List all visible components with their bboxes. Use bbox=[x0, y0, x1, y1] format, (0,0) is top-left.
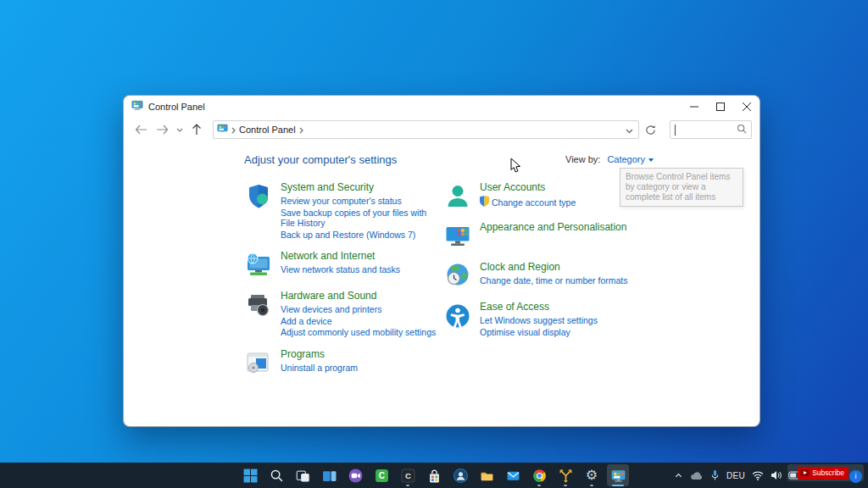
category-link[interactable]: Save backup copies of your files with Fi… bbox=[281, 208, 441, 229]
page-title: Adjust your computer's settings bbox=[244, 153, 397, 166]
microphone-icon[interactable] bbox=[710, 463, 720, 488]
category-link[interactable]: Back up and Restore (Windows 7) bbox=[281, 230, 441, 241]
start-icon[interactable] bbox=[239, 464, 261, 486]
address-dropdown-icon[interactable] bbox=[626, 122, 633, 137]
subscribe-overlay: Subscribe i bbox=[787, 464, 864, 481]
refresh-icon[interactable] bbox=[641, 120, 659, 139]
category-hardware-and-sound[interactable]: Hardware and SoundView devices and print… bbox=[244, 290, 441, 338]
breadcrumb-chevron-icon[interactable] bbox=[299, 122, 303, 137]
category-title[interactable]: User Accounts bbox=[480, 181, 576, 194]
category-ease-of-access[interactable]: Ease of AccessLet Windows suggest settin… bbox=[443, 301, 664, 337]
camtasia-icon[interactable]: C bbox=[370, 464, 392, 486]
category-link[interactable]: Change account type bbox=[480, 196, 576, 209]
volume-icon[interactable] bbox=[771, 463, 782, 488]
category-link[interactable]: Adjust commonly used mobility settings bbox=[281, 327, 436, 338]
breadcrumb-chevron-icon[interactable] bbox=[231, 122, 236, 137]
arrows-app-icon[interactable] bbox=[554, 464, 576, 486]
category-link[interactable]: Uninstall a program bbox=[281, 363, 358, 374]
svg-text:C: C bbox=[405, 470, 411, 480]
category-title[interactable]: Programs bbox=[281, 348, 358, 361]
search-box[interactable] bbox=[670, 120, 752, 139]
video-call-app-icon[interactable] bbox=[344, 464, 366, 486]
microsoft-store-icon[interactable] bbox=[423, 464, 445, 486]
shield-icon bbox=[244, 182, 273, 211]
screen-recorder-icon[interactable]: C bbox=[397, 464, 419, 486]
browser-profile-icon[interactable] bbox=[449, 464, 471, 486]
category-network-and-internet[interactable]: Network and InternetView network status … bbox=[244, 250, 441, 280]
title-bar[interactable]: Control Panel bbox=[124, 96, 760, 117]
category-clock-and-region[interactable]: Clock and RegionChange date, time or num… bbox=[443, 261, 664, 291]
category-link[interactable]: Let Windows suggest settings bbox=[480, 315, 598, 326]
task-view-icon[interactable] bbox=[292, 464, 314, 486]
category-title[interactable]: Appearance and Personalisation bbox=[480, 221, 626, 234]
snap-panels-icon[interactable] bbox=[318, 464, 340, 486]
category-link[interactable]: Change date, time or number formats bbox=[480, 275, 628, 286]
programs-icon bbox=[244, 349, 273, 378]
breadcrumb[interactable]: Control Panel bbox=[239, 125, 296, 135]
navigation-bar: Control Panel bbox=[124, 117, 760, 142]
category-title[interactable]: Clock and Region bbox=[480, 261, 628, 274]
category-title[interactable]: Network and Internet bbox=[281, 250, 400, 263]
category-link-label: View devices and printers bbox=[281, 304, 381, 315]
wifi-icon[interactable] bbox=[752, 463, 764, 488]
category-link[interactable]: Review your computer's status bbox=[281, 196, 441, 207]
category-appearance-and-personalisation[interactable]: Appearance and Personalisation bbox=[443, 221, 664, 251]
control-panel-window: Control Panel Control Panel bbox=[123, 95, 760, 427]
desktop-background: Control Panel Control Panel bbox=[0, 0, 868, 488]
category-link-label: Optimise visual display bbox=[480, 327, 570, 338]
category-link[interactable]: Optimise visual display bbox=[480, 327, 598, 338]
chrome-icon[interactable] bbox=[528, 464, 550, 486]
category-link-label: Change account type bbox=[492, 197, 576, 208]
mail-icon[interactable] bbox=[502, 464, 524, 486]
history-dropdown-icon[interactable] bbox=[174, 120, 185, 139]
category-title[interactable]: Hardware and Sound bbox=[281, 290, 436, 302]
up-icon[interactable] bbox=[186, 120, 206, 139]
category-links: Uninstall a program bbox=[281, 363, 358, 374]
category-column-left: System and SecurityReview your computer'… bbox=[244, 181, 441, 378]
forward-icon[interactable] bbox=[153, 120, 172, 139]
channel-badge: i bbox=[849, 470, 862, 483]
text-caret bbox=[675, 125, 676, 136]
search-input[interactable] bbox=[677, 125, 737, 135]
control-panel-taskbar-icon[interactable] bbox=[607, 464, 629, 486]
category-link-label: Adjust commonly used mobility settings bbox=[281, 327, 436, 338]
category-programs[interactable]: ProgramsUninstall a program bbox=[244, 348, 441, 378]
address-bar[interactable]: Control Panel bbox=[213, 120, 639, 139]
view-by-label: View by: bbox=[565, 154, 600, 164]
category-text: Appearance and Personalisation bbox=[480, 221, 626, 234]
tray-expand-icon[interactable] bbox=[674, 463, 683, 488]
category-links: View network status and tasks bbox=[281, 264, 400, 275]
user-accounts-icon bbox=[443, 182, 472, 211]
search-icon bbox=[737, 122, 747, 137]
close-button[interactable] bbox=[733, 96, 760, 117]
subscribe-label: Subscribe bbox=[812, 469, 844, 477]
settings-gear-icon[interactable]: ⚙ bbox=[581, 464, 603, 486]
maximize-button[interactable] bbox=[707, 96, 733, 117]
uac-shield-icon bbox=[480, 196, 489, 209]
category-text: Ease of AccessLet Windows suggest settin… bbox=[480, 301, 598, 337]
category-link[interactable]: View network status and tasks bbox=[281, 264, 400, 275]
view-by-dropdown[interactable]: Category bbox=[607, 154, 654, 164]
taskbar-search-icon[interactable] bbox=[265, 464, 287, 486]
category-system-and-security[interactable]: System and SecurityReview your computer'… bbox=[244, 181, 441, 240]
chevron-down-icon bbox=[648, 158, 654, 162]
category-links: Change account type bbox=[480, 196, 576, 209]
category-links: View devices and printersAdd a deviceAdj… bbox=[281, 304, 436, 338]
category-link-label: Let Windows suggest settings bbox=[480, 315, 598, 326]
category-link-label: Uninstall a program bbox=[281, 363, 358, 374]
youtube-icon bbox=[800, 469, 810, 476]
category-title[interactable]: System and Security bbox=[281, 181, 441, 194]
subscribe-button[interactable]: Subscribe bbox=[798, 467, 849, 480]
onedrive-icon[interactable] bbox=[690, 463, 704, 488]
language-indicator[interactable]: DEU bbox=[726, 463, 745, 488]
file-explorer-icon[interactable] bbox=[476, 464, 498, 486]
printer-icon bbox=[244, 291, 273, 319]
category-link[interactable]: Add a device bbox=[281, 316, 436, 327]
minimize-button[interactable] bbox=[681, 96, 707, 117]
back-icon[interactable] bbox=[131, 120, 151, 139]
category-link-label: View network status and tasks bbox=[281, 264, 400, 275]
category-title[interactable]: Ease of Access bbox=[480, 301, 598, 313]
category-links: Change date, time or number formats bbox=[480, 275, 628, 286]
view-by-tooltip: Browse Control Panel items by category o… bbox=[620, 168, 743, 207]
category-link[interactable]: View devices and printers bbox=[281, 304, 436, 315]
